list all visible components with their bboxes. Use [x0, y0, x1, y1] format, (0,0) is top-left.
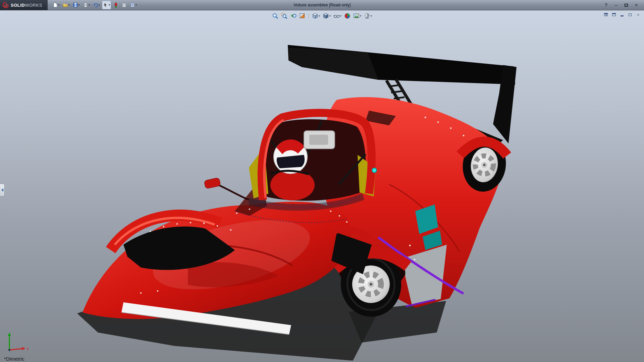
hide-show-items-button[interactable]: ▾ [332, 12, 342, 20]
3d-scene[interactable] [0, 10, 644, 362]
options-button[interactable]: ▾ [129, 1, 138, 9]
previous-view-button[interactable] [289, 12, 298, 20]
child-restore-icon [629, 13, 632, 16]
view-settings-caret[interactable]: ▾ [371, 15, 372, 17]
hide-show-caret[interactable]: ▾ [340, 15, 341, 17]
view-orientation-status: *Dimetric [4, 356, 24, 362]
zoom-to-fit-icon [272, 13, 278, 19]
sketch-clipboard-button[interactable] [120, 1, 128, 9]
zoom-to-area-button[interactable] [280, 12, 288, 20]
split-pane-icon [604, 13, 608, 16]
close-button[interactable]: × [633, 2, 640, 8]
child-minimize-button[interactable] [619, 12, 625, 17]
print-dropdown-caret[interactable]: ▾ [89, 4, 90, 6]
undo-dropdown-caret[interactable]: ▾ [99, 4, 100, 6]
options-dropdown-caret[interactable]: ▾ [136, 4, 137, 6]
new-dropdown-caret[interactable]: ▾ [58, 4, 60, 6]
open-folder-icon [63, 2, 68, 8]
print-icon [83, 2, 88, 8]
view-orientation-caret[interactable]: ▾ [319, 15, 320, 17]
view-settings-button[interactable]: ▾ [363, 12, 373, 20]
open-dropdown-caret[interactable]: ▾ [68, 4, 70, 6]
undo-icon [93, 2, 98, 8]
view-settings-icon [364, 13, 370, 19]
brand-solid: SOLID [11, 3, 25, 8]
previous-view-icon [290, 13, 297, 19]
apply-scene-caret[interactable]: ▾ [360, 15, 361, 17]
options-icon [130, 2, 135, 8]
collapse-arrow-icon [1, 188, 3, 192]
pane-view-icon [612, 13, 616, 16]
side-mirror [204, 177, 249, 200]
minimize-button[interactable]: – [612, 2, 620, 8]
new-document-icon [53, 2, 58, 8]
display-style-icon [323, 13, 329, 19]
hide-show-glasses-icon [333, 13, 340, 19]
save-button[interactable]: ▾ [72, 1, 81, 9]
main-toolbar: ▾ ▾ ▾ ▾ [52, 1, 138, 9]
display-style-caret[interactable]: ▾ [329, 15, 331, 17]
child-close-button[interactable]: × [635, 12, 641, 17]
save-dropdown-caret[interactable]: ▾ [78, 4, 80, 6]
edit-appearance-button[interactable] [343, 12, 352, 20]
split-pane-button[interactable] [603, 12, 609, 17]
sketch-clipboard-icon [121, 2, 127, 8]
reference-triad: x [5, 330, 32, 354]
edit-appearance-ball-icon [344, 13, 351, 19]
child-window-controls: × [603, 12, 641, 17]
child-restore-button[interactable] [627, 12, 633, 17]
apply-scene-icon [353, 13, 360, 19]
help-button[interactable]: ? [602, 2, 610, 8]
title-bar: SOLIDWORKS ▾ ▾ ▾ [0, 0, 644, 10]
zoom-to-fit-button[interactable] [271, 12, 279, 20]
new-document-button[interactable]: ▾ [52, 1, 61, 9]
view-orientation-button[interactable]: ▾ [311, 12, 321, 20]
apply-scene-button[interactable]: ▾ [352, 12, 362, 20]
undo-button[interactable]: ▾ [92, 1, 101, 9]
print-button[interactable]: ▾ [82, 1, 91, 9]
select-cursor-icon [103, 2, 108, 8]
display-style-button[interactable]: ▾ [322, 12, 332, 20]
restore-icon [625, 4, 628, 7]
view-orientation-cube-icon [312, 13, 318, 19]
open-button[interactable]: ▾ [62, 1, 71, 9]
select-dropdown-caret[interactable]: ▾ [109, 4, 110, 6]
heads-up-view-toolbar: ▾ ▾ ▾ [271, 12, 373, 20]
section-view-button[interactable] [298, 12, 307, 20]
save-disk-icon [73, 2, 78, 8]
toolbar-separator [309, 13, 309, 19]
solidworks-3ds-logo-icon [3, 2, 9, 8]
solidworks-brand: SOLIDWORKS [0, 0, 48, 10]
restore-button[interactable] [623, 2, 630, 8]
xpress-tools-icon [113, 2, 118, 8]
gray-box [304, 131, 335, 149]
brand-name: SOLIDWORKS [11, 2, 42, 8]
graphics-viewport[interactable]: ▾ ▾ ▾ [0, 10, 644, 362]
section-view-icon [299, 13, 306, 19]
xpress-tools-button[interactable] [112, 1, 119, 9]
pane-view-button[interactable] [611, 12, 617, 17]
select-tool-button[interactable]: ▾ [102, 1, 111, 9]
zoom-to-area-icon [281, 13, 287, 19]
window-controls: ? – × [602, 2, 644, 8]
child-minimize-icon [621, 15, 624, 16]
triad-x-label: x [27, 347, 29, 351]
cyan-marker [372, 168, 377, 173]
feature-panel-collapse-tab[interactable] [0, 184, 5, 196]
brand-works: WORKS [25, 3, 42, 8]
